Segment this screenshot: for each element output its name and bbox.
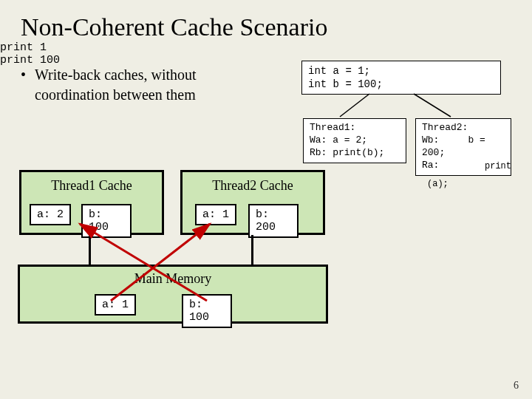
output-print-1: print 1 [0, 41, 532, 54]
cache2-cell-a: a: 1 [195, 204, 236, 225]
bullet-dot: • [21, 65, 31, 85]
cache2-title: Thread2 Cache [183, 172, 323, 194]
extra-print-a: (a); [427, 179, 449, 189]
svg-line-0 [340, 94, 369, 117]
bullet-text: Write-back caches, without coordination … [35, 65, 264, 105]
cache2-cell-b: b: 200 [248, 204, 299, 238]
memory-title: Main Memory [20, 267, 326, 287]
connector-2 [251, 235, 253, 265]
connector-1 [89, 235, 91, 265]
bullet-item: • Write-back caches, without coordinatio… [21, 65, 272, 105]
svg-line-1 [414, 94, 451, 117]
code-globals: int a = 1; int b = 100; [301, 61, 501, 95]
memory-cell-a: a: 1 [95, 294, 136, 316]
main-memory: Main Memory [18, 265, 328, 324]
page-number: 6 [514, 380, 519, 392]
cache1-title: Thread1 Cache [21, 172, 162, 194]
memory-cell-b: b: 100 [182, 294, 232, 328]
cache1-cell-b: b: 100 [81, 204, 132, 238]
extra-print: print [485, 161, 511, 171]
cache1-cell-a: a: 2 [30, 204, 71, 225]
slide-title: Non-Coherent Cache Scenario [0, 0, 532, 41]
code-thread1: Thread1: Wa: a = 2; Rb: print(b); [303, 118, 406, 163]
